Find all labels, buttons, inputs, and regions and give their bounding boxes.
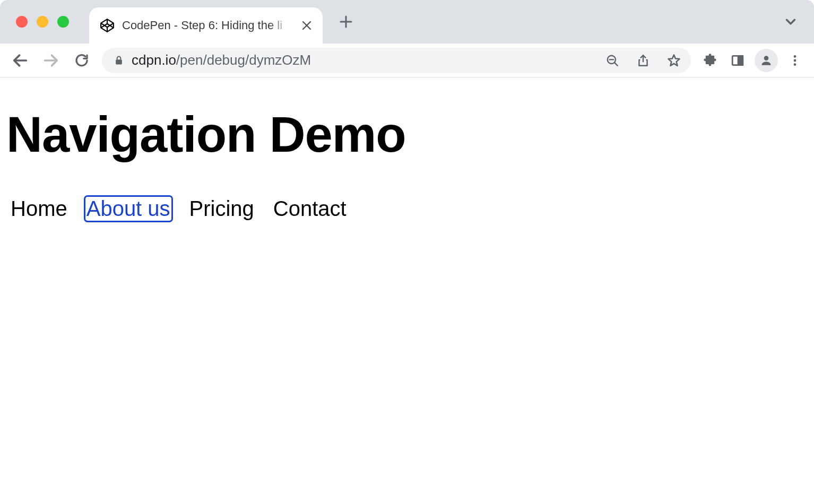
tabs-dropdown-button[interactable] <box>780 11 801 32</box>
side-panel-button[interactable] <box>724 47 751 74</box>
codepen-favicon-icon <box>100 18 115 33</box>
star-icon[interactable] <box>662 49 686 72</box>
main-nav: HomeAbout usPricingContact <box>10 197 814 221</box>
svg-point-5 <box>794 55 796 58</box>
reload-button[interactable] <box>67 46 97 75</box>
window-minimize-button[interactable] <box>37 16 48 28</box>
url-text: cdpn.io/pen/debug/dymzOzM <box>132 52 593 68</box>
window-traffic-lights <box>16 16 69 28</box>
window-close-button[interactable] <box>16 16 28 28</box>
new-tab-button[interactable] <box>334 10 358 33</box>
browser-tab-active[interactable]: CodePen - Step 6: Hiding the li <box>89 7 323 44</box>
svg-point-6 <box>794 59 796 62</box>
share-icon[interactable] <box>631 49 655 72</box>
svg-rect-0 <box>116 59 122 64</box>
svg-rect-3 <box>738 56 743 65</box>
url-host: cdpn.io <box>132 52 176 68</box>
window-fullscreen-button[interactable] <box>57 16 69 28</box>
back-button[interactable] <box>5 46 35 75</box>
toolbar-right <box>696 47 809 74</box>
zoom-out-icon[interactable] <box>601 49 624 72</box>
nav-item[interactable]: About us <box>85 197 171 221</box>
browser-chrome: CodePen - Step 6: Hiding the li <box>0 0 814 77</box>
tab-title: CodePen - Step 6: Hiding the li <box>122 19 290 32</box>
page-title: Navigation Demo <box>6 107 808 162</box>
tab-close-button[interactable] <box>300 19 313 32</box>
address-bar[interactable]: cdpn.io/pen/debug/dymzOzM <box>102 48 691 73</box>
nav-item[interactable]: Contact <box>272 197 348 221</box>
svg-point-7 <box>794 63 796 66</box>
extensions-button[interactable] <box>696 47 724 74</box>
lock-icon <box>114 55 124 66</box>
nav-item[interactable]: Pricing <box>188 197 255 221</box>
browser-menu-button[interactable] <box>781 47 809 74</box>
page-viewport: Navigation Demo HomeAbout usPricingConta… <box>0 107 814 221</box>
forward-button[interactable] <box>36 46 66 75</box>
browser-toolbar: cdpn.io/pen/debug/dymzOzM <box>0 44 814 77</box>
url-path: /pen/debug/dymzOzM <box>176 52 311 68</box>
tab-strip: CodePen - Step 6: Hiding the li <box>0 0 814 44</box>
profile-button[interactable] <box>755 49 778 72</box>
nav-item[interactable]: Home <box>10 197 68 221</box>
svg-point-4 <box>764 56 769 60</box>
